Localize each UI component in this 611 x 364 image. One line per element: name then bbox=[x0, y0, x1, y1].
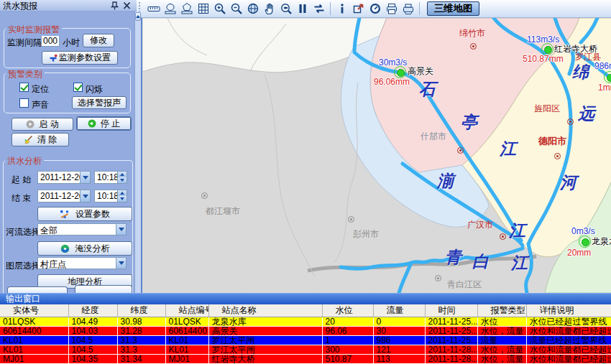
river-select-combo[interactable]: 全部 bbox=[37, 223, 127, 235]
modify-button[interactable]: 修改 bbox=[83, 34, 114, 47]
column-header[interactable]: 水位 bbox=[322, 304, 373, 317]
station-alert-table: 实体号经度纬度站点编号站点名称水位流量时间报警类型详情说明 01LQSK104.… bbox=[0, 304, 611, 364]
city-label: 什邡市 bbox=[421, 131, 446, 143]
info-icon[interactable] bbox=[334, 1, 349, 17]
table-cell: 高景关 bbox=[208, 327, 322, 336]
locate-checkbox[interactable] bbox=[19, 83, 29, 92]
table-cell: 104.5 bbox=[68, 336, 117, 345]
grid-icon[interactable] bbox=[196, 1, 211, 17]
end-date-combo[interactable]: 2011-12-26 bbox=[37, 190, 91, 202]
interval-input[interactable] bbox=[41, 34, 60, 47]
start-time-spinner[interactable]: 10:18 bbox=[94, 171, 127, 184]
table-cell: 水位，流量 bbox=[477, 327, 526, 336]
chevron-down-icon[interactable] bbox=[116, 224, 126, 235]
column-header[interactable]: 站点编号 bbox=[165, 304, 208, 317]
table-cell: 罗江太平闸 bbox=[208, 345, 322, 355]
column-header[interactable]: 实体号 bbox=[0, 304, 68, 317]
table-cell: 121 bbox=[373, 345, 425, 355]
zoom-out-icon[interactable] bbox=[229, 1, 244, 17]
measure-area-icon[interactable] bbox=[179, 1, 194, 17]
toolbar-separator bbox=[330, 2, 331, 15]
table-cell: 104.5 bbox=[68, 345, 117, 355]
map-3d-button[interactable]: 三维地图 bbox=[427, 1, 479, 16]
river-name-label: 江 bbox=[500, 138, 516, 160]
end-time-spinner[interactable]: 10:18 bbox=[94, 190, 127, 202]
refresh-icon[interactable] bbox=[311, 1, 326, 17]
export-icon[interactable] bbox=[351, 1, 366, 17]
city-marker bbox=[554, 153, 561, 159]
table-cell: 31.3 bbox=[117, 336, 165, 345]
submerge-analysis-button[interactable]: 淹没分析 bbox=[37, 241, 132, 256]
city-label: 德阳市 bbox=[538, 135, 566, 148]
river-name-label: 白 bbox=[472, 251, 489, 273]
scroll-up-icon[interactable] bbox=[135, 12, 141, 21]
start-button[interactable]: 启 动 bbox=[12, 118, 73, 131]
output-panel-title: 输出窗口 bbox=[6, 294, 40, 304]
sidebar-scrollbar[interactable] bbox=[134, 11, 141, 293]
table-row[interactable]: 60614400104.0331.2860614400高景关96.0630201… bbox=[0, 327, 611, 336]
chevron-down-icon[interactable] bbox=[80, 172, 90, 183]
table-row[interactable]: MJ01104.3531.34MJ01红岩寺大桥510.871132011-11… bbox=[0, 355, 611, 364]
ruler-icon[interactable] bbox=[146, 1, 161, 17]
city-label: 旌阳区 bbox=[534, 103, 560, 115]
stop-button[interactable]: 停 止 bbox=[76, 116, 132, 131]
gauge-icon[interactable] bbox=[367, 1, 382, 17]
start-date-combo[interactable]: 2011-12-26 bbox=[37, 171, 91, 184]
set-params-button[interactable]: 设置参数 bbox=[37, 207, 132, 221]
column-header[interactable]: 流量 bbox=[373, 304, 425, 317]
close-icon[interactable] bbox=[122, 1, 132, 10]
globe-icon[interactable] bbox=[245, 1, 260, 17]
zoom-in-icon[interactable] bbox=[212, 1, 227, 17]
station-marker[interactable] bbox=[604, 71, 611, 83]
table-cell: 罗江太平闸 bbox=[208, 336, 322, 345]
station-name-label: 龙泉水库 bbox=[592, 235, 611, 248]
column-header[interactable]: 详情说明 bbox=[526, 304, 611, 317]
pan-hand-icon[interactable] bbox=[262, 1, 277, 17]
table-cell: 104.49 bbox=[68, 317, 117, 327]
table-row[interactable]: KL01104.531.3KL01罗江太平闸19862011-11-25...流… bbox=[0, 336, 611, 345]
column-header[interactable]: 站点名称 bbox=[208, 304, 322, 317]
column-header[interactable]: 经度 bbox=[68, 304, 117, 317]
station-level-label: 20mm bbox=[567, 248, 591, 258]
submerge-icon bbox=[60, 244, 70, 253]
column-header[interactable]: 时间 bbox=[425, 304, 477, 317]
river-name-label: 远 bbox=[578, 103, 594, 125]
spin-down-icon[interactable] bbox=[118, 196, 127, 202]
table-cell: 20 bbox=[322, 317, 373, 327]
measure-distance-icon[interactable] bbox=[162, 1, 178, 17]
station-marker[interactable] bbox=[579, 235, 591, 248]
table-cell: 水位 bbox=[477, 317, 526, 327]
table-cell: 水位，流量 bbox=[477, 355, 526, 364]
panel-title: 洪水预报 bbox=[3, 1, 37, 11]
print-icon[interactable] bbox=[384, 1, 399, 17]
column-header[interactable]: 纬度 bbox=[117, 304, 165, 317]
flash-label: 闪烁 bbox=[86, 83, 103, 95]
table-row[interactable]: KL01104.531.3KL01罗江太平闸3001212011-11-28..… bbox=[0, 345, 611, 355]
zoom-previous-icon[interactable] bbox=[278, 1, 293, 17]
partial-button-left[interactable] bbox=[7, 286, 68, 293]
flash-checkbox[interactable] bbox=[73, 83, 83, 92]
alert-group-title: 预警类别 bbox=[6, 68, 45, 80]
spin-up-icon[interactable] bbox=[118, 190, 127, 196]
pin-icon[interactable] bbox=[110, 1, 119, 10]
table-cell: 510.87 bbox=[322, 355, 373, 364]
column-header[interactable]: 报警类型 bbox=[477, 304, 526, 317]
table-cell: 60614400 bbox=[0, 327, 68, 336]
spin-up-icon[interactable] bbox=[118, 172, 127, 177]
pause-icon[interactable] bbox=[295, 1, 310, 17]
map-viewport[interactable]: 绵竹市罗江县旌阳区德阳市什邡市广汉市都江堰市彭州市青白江区石亭江绵远河湔江青白江… bbox=[141, 18, 611, 293]
table-cell: 30.98 bbox=[117, 317, 165, 327]
clear-button[interactable]: 清 除 bbox=[12, 133, 69, 146]
choose-sound-button[interactable]: 选择警报声 bbox=[72, 96, 127, 109]
table-row[interactable]: 01LQSK104.4930.9801LQSK龙泉水库2002011-11-25… bbox=[0, 317, 611, 327]
river-name-label: 江 bbox=[511, 252, 528, 274]
station-flow-label: 30m3/s bbox=[379, 57, 407, 67]
chevron-down-icon[interactable] bbox=[80, 190, 90, 202]
monitor-params-button[interactable]: 监测参数设置 bbox=[42, 51, 118, 65]
sound-checkbox[interactable] bbox=[19, 98, 29, 108]
chevron-down-icon[interactable] bbox=[116, 258, 126, 269]
partial-button-right[interactable] bbox=[75, 285, 132, 293]
spin-down-icon[interactable] bbox=[118, 177, 127, 183]
print-alt-icon[interactable] bbox=[400, 1, 415, 17]
layer-select-combo[interactable]: 村庄点 bbox=[37, 257, 127, 269]
